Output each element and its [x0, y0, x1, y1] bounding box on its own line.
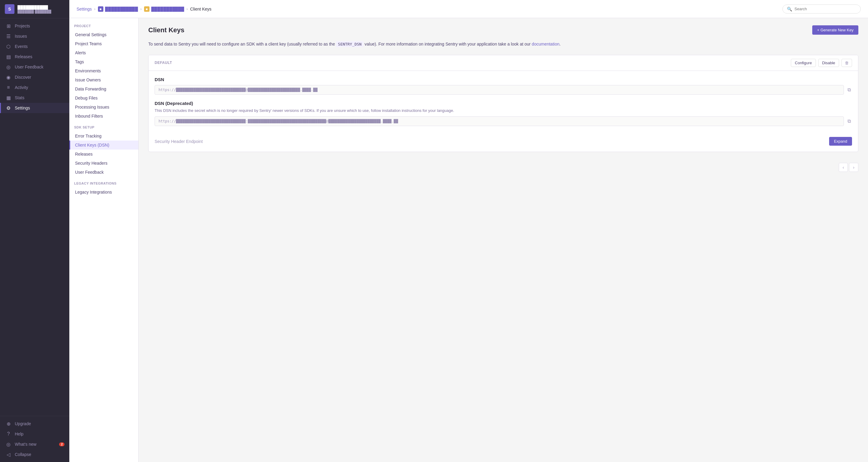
- sidebar-item-label: Activity: [15, 85, 28, 90]
- breadcrumb-org[interactable]: ■ ███████████: [98, 6, 138, 12]
- sidebar-item-general-settings[interactable]: General Settings: [69, 30, 138, 39]
- sidebar-item-label: What's new: [15, 442, 36, 446]
- disable-button[interactable]: Disable: [818, 59, 839, 67]
- main-content: Settings › ■ ███████████ › ■ ███████████…: [69, 0, 868, 462]
- settings-icon: ⚙: [6, 105, 11, 111]
- sidebar-item-label: Collapse: [15, 452, 31, 457]
- sidebar-item-user-feedback-sdk[interactable]: User Feedback: [69, 168, 138, 177]
- documentation-link[interactable]: documentation: [532, 41, 559, 47]
- sidebar-item-label: Settings: [15, 106, 30, 110]
- sidebar-section-sdk: SDK SETUP Error Tracking Client Keys (DS…: [69, 125, 138, 177]
- dsn-section: DSN https://████████████████████████████…: [155, 77, 852, 95]
- breadcrumb-org-name: ███████████: [105, 7, 138, 11]
- sidebar-item-label: Projects: [15, 24, 30, 28]
- sidebar-item-whats-new[interactable]: ◎ What's new 2: [0, 439, 69, 449]
- activity-icon: ≡: [6, 85, 11, 90]
- sidebar-item-events[interactable]: ⬡ Events: [0, 41, 69, 52]
- sidebar-item-project-teams[interactable]: Project Teams: [69, 39, 138, 48]
- whats-new-icon: ◎: [6, 441, 11, 447]
- dsn-copy-button[interactable]: ⧉: [846, 86, 852, 94]
- sidebar-item-debug-files[interactable]: Debug Files: [69, 93, 138, 103]
- sidebar-item-tags[interactable]: Tags: [69, 57, 138, 66]
- sidebar-item-collapse[interactable]: ◁ Collapse: [0, 449, 69, 460]
- sidebar-item-settings[interactable]: ⚙ Settings: [0, 103, 69, 113]
- sidebar-item-inbound-filters[interactable]: Inbound Filters: [69, 112, 138, 121]
- sidebar-item-issue-owners[interactable]: Issue Owners: [69, 76, 138, 84]
- page-header: Client Keys + Generate New Key: [148, 25, 858, 35]
- sidebar-item-releases-sdk[interactable]: Releases: [69, 150, 138, 158]
- delete-button[interactable]: 🗑: [841, 59, 852, 67]
- sidebar-item-label: Issues: [15, 34, 27, 38]
- expand-button[interactable]: Expand: [829, 137, 852, 146]
- secondary-sidebar: PROJECT General Settings Project Teams A…: [69, 18, 138, 462]
- page-title: Client Keys: [148, 26, 184, 34]
- sidebar-section-legacy: LEGACY INTEGRATIONS Legacy Integrations: [69, 181, 138, 197]
- content-area: PROJECT General Settings Project Teams A…: [69, 18, 868, 462]
- security-header-label: Security Header Endpoint: [155, 139, 203, 144]
- sidebar-item-activity[interactable]: ≡ Activity: [0, 82, 69, 93]
- description-code: SENTRY_DSN: [336, 41, 363, 47]
- collapse-icon: ◁: [6, 452, 11, 457]
- description-text: To send data to Sentry you will need to …: [148, 41, 858, 48]
- sidebar-item-user-feedback[interactable]: ◎ User Feedback: [0, 62, 69, 72]
- upgrade-icon: ⊕: [6, 421, 11, 426]
- sidebar-item-releases[interactable]: ▤ Releases: [0, 52, 69, 62]
- org-info: ███████████ ███████ ███████: [18, 5, 51, 13]
- dsn-deprecated-input-row: https://████████████████████████████████…: [155, 116, 852, 126]
- breadcrumb-current: Client Keys: [190, 7, 212, 11]
- next-page-button[interactable]: ›: [849, 163, 858, 172]
- whats-new-badge: 2: [59, 442, 64, 446]
- breadcrumb-sep-3: ›: [187, 7, 188, 11]
- sidebar-item-alerts[interactable]: Alerts: [69, 48, 138, 57]
- security-header-row: Security Header Endpoint Expand: [155, 132, 852, 146]
- prev-page-button[interactable]: ‹: [839, 163, 848, 172]
- dsn-card-title: DEFAULT: [155, 61, 172, 65]
- dsn-deprecated-section: DSN (Deprecated) This DSN includes the s…: [155, 101, 852, 126]
- configure-button[interactable]: Configure: [791, 59, 815, 67]
- sidebar-item-security-headers[interactable]: Security Headers: [69, 158, 138, 168]
- section-title-project: PROJECT: [69, 24, 138, 30]
- sidebar-header: S ███████████ ███████ ███████: [0, 0, 69, 19]
- breadcrumb-sep-1: ›: [94, 7, 96, 11]
- dsn-card: DEFAULT Configure Disable 🗑 DSN https://…: [148, 55, 858, 152]
- pagination-row: ‹ ›: [148, 158, 858, 172]
- description-part2: value). For more information on integrat…: [365, 41, 531, 47]
- avatar: S: [5, 4, 14, 14]
- breadcrumb-sep-2: ›: [141, 7, 142, 11]
- org-name: ███████████: [18, 5, 51, 10]
- sidebar-item-environments[interactable]: Environments: [69, 66, 138, 76]
- page-content: Client Keys + Generate New Key To send d…: [138, 18, 868, 462]
- releases-icon: ▤: [6, 54, 11, 59]
- sidebar-item-label: Discover: [15, 75, 31, 80]
- sidebar-item-label: Releases: [15, 54, 32, 59]
- sidebar-item-upgrade[interactable]: ⊕ Upgrade: [0, 418, 69, 429]
- dsn-value: https://████████████████████████████████…: [155, 85, 844, 95]
- sidebar-item-label: Events: [15, 44, 28, 49]
- sidebar-footer: ⊕ Upgrade ? Help ◎ What's new 2 ◁ Collap…: [0, 416, 69, 462]
- dsn-deprecated-copy-button[interactable]: ⧉: [846, 117, 852, 125]
- sidebar-item-discover[interactable]: ◉ Discover: [0, 72, 69, 82]
- sidebar-item-client-keys[interactable]: Client Keys (DSN): [69, 141, 138, 150]
- sidebar-item-processing-issues[interactable]: Processing Issues: [69, 103, 138, 112]
- dsn-card-header: DEFAULT Configure Disable 🗑: [149, 55, 858, 71]
- breadcrumb-settings[interactable]: Settings: [76, 7, 92, 11]
- generate-new-key-button[interactable]: + Generate New Key: [812, 25, 858, 35]
- breadcrumb-project-icon: ■: [144, 6, 150, 12]
- dsn-label: DSN: [155, 77, 852, 82]
- sidebar-item-stats[interactable]: ▦ Stats: [0, 93, 69, 103]
- breadcrumb-project[interactable]: ■ ███████████: [144, 6, 184, 12]
- org-sub: ███████ ███████: [18, 10, 51, 13]
- sidebar-section-project: PROJECT General Settings Project Teams A…: [69, 24, 138, 121]
- sidebar-nav: ⊞ Projects ☰ Issues ⬡ Events ▤ Releases …: [0, 19, 69, 416]
- sidebar-item-legacy-integrations[interactable]: Legacy Integrations: [69, 187, 138, 197]
- sidebar-item-data-forwarding[interactable]: Data Forwarding: [69, 84, 138, 93]
- dsn-deprecated-label: DSN (Deprecated): [155, 101, 852, 106]
- search-input[interactable]: [795, 7, 856, 11]
- sidebar-item-help[interactable]: ? Help: [0, 429, 69, 439]
- dsn-card-body: DSN https://████████████████████████████…: [149, 71, 858, 152]
- search-bar[interactable]: 🔍: [782, 4, 861, 13]
- sidebar-item-issues[interactable]: ☰ Issues: [0, 31, 69, 41]
- projects-icon: ⊞: [6, 23, 11, 29]
- sidebar-item-error-tracking[interactable]: Error Tracking: [69, 132, 138, 141]
- sidebar-item-projects[interactable]: ⊞ Projects: [0, 21, 69, 31]
